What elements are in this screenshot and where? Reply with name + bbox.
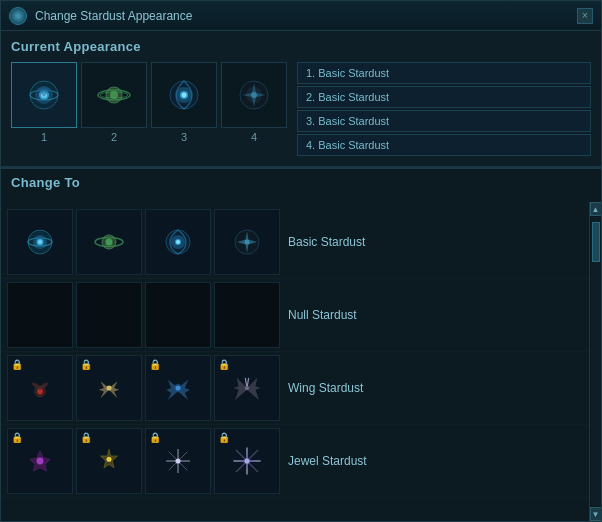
change-group-basic: Basic Stardust	[1, 206, 589, 279]
svg-point-15	[251, 92, 257, 98]
svg-point-32	[106, 385, 111, 390]
title-icon	[9, 7, 27, 25]
thumb-item-2: 2	[81, 62, 147, 143]
svg-point-37	[106, 457, 111, 462]
wing-thumb-2[interactable]: 🔒	[76, 355, 142, 421]
appearance-list: 1. Basic Stardust 2. Basic Stardust 3. B…	[297, 62, 591, 156]
svg-point-36	[37, 458, 44, 465]
jewel-stardust-label: Jewel Stardust	[288, 454, 388, 468]
current-appearance-title: Current Appearance	[11, 39, 591, 54]
jewel-thumbs: 🔒 🔒	[7, 428, 280, 494]
null-thumb-2[interactable]	[76, 282, 142, 348]
thumb-box-2[interactable]	[81, 62, 147, 128]
thumb-box-3[interactable]	[151, 62, 217, 128]
wing-thumb-1[interactable]: 🔒	[7, 355, 73, 421]
window-title: Change Stardust Appearance	[35, 9, 569, 23]
thumb-item-1: 1	[11, 62, 77, 143]
current-appearance-section: Current Appearance	[1, 31, 601, 167]
wing-thumb-4[interactable]: 🔒	[214, 355, 280, 421]
svg-point-23	[106, 239, 113, 246]
change-section-inner: Basic Stardust Null Stardust	[1, 202, 601, 521]
thumb-item-4: 4	[221, 62, 287, 143]
scroll-up-button[interactable]: ▲	[590, 202, 602, 216]
lock-icon-7: 🔒	[149, 432, 161, 443]
current-appearance-row: 1 2	[11, 62, 591, 156]
thumb-label-4: 4	[251, 131, 257, 143]
lock-icon-8: 🔒	[218, 432, 230, 443]
wing-thumbs: 🔒 🔒	[7, 355, 280, 421]
svg-point-20	[38, 240, 42, 244]
svg-point-12	[182, 93, 187, 98]
change-group-jewel: 🔒 🔒	[1, 425, 589, 498]
change-scroll-area[interactable]: Basic Stardust Null Stardust	[1, 202, 589, 521]
basic-thumb-2[interactable]	[76, 209, 142, 275]
scroll-down-button[interactable]: ▼	[590, 507, 602, 521]
basic-stardust-label: Basic Stardust	[288, 235, 388, 249]
null-thumb-3[interactable]	[145, 282, 211, 348]
scroll-thumb[interactable]	[592, 222, 600, 262]
jewel-thumb-3[interactable]: 🔒	[145, 428, 211, 494]
title-bar: Change Stardust Appearance ×	[1, 1, 601, 31]
jewel-thumb-4[interactable]: 🔒	[214, 428, 280, 494]
change-group-null: Null Stardust	[1, 279, 589, 352]
current-thumbnails: 1 2	[11, 62, 287, 143]
thumb-label-3: 3	[181, 131, 187, 143]
svg-point-47	[244, 458, 249, 463]
null-thumb-4[interactable]	[214, 282, 280, 348]
scrollbar: ▲ ▼	[589, 202, 601, 521]
null-thumbs	[7, 282, 280, 348]
content-area: Current Appearance	[1, 31, 601, 521]
lock-icon-4: 🔒	[218, 359, 230, 370]
thumb-item-3: 3	[151, 62, 217, 143]
lock-icon-6: 🔒	[80, 432, 92, 443]
svg-point-29	[245, 240, 250, 245]
null-stardust-label: Null Stardust	[288, 308, 388, 322]
svg-point-42	[175, 458, 180, 463]
appearance-list-item-4[interactable]: 4. Basic Stardust	[297, 134, 591, 156]
change-to-title: Change To	[11, 175, 591, 190]
wing-stardust-label: Wing Stardust	[288, 381, 388, 395]
svg-point-8	[110, 91, 118, 99]
svg-point-27	[176, 240, 180, 244]
close-button[interactable]: ×	[577, 8, 593, 24]
change-to-header: Change To	[1, 169, 601, 202]
jewel-thumb-2[interactable]: 🔒	[76, 428, 142, 494]
thumb-label-2: 2	[111, 131, 117, 143]
change-group-wing: 🔒 🔒	[1, 352, 589, 425]
svg-point-35	[245, 386, 249, 390]
lock-icon-1: 🔒	[11, 359, 23, 370]
lock-icon-3: 🔒	[149, 359, 161, 370]
basic-thumbs	[7, 209, 280, 275]
appearance-list-item-3[interactable]: 3. Basic Stardust	[297, 110, 591, 132]
wing-thumb-3[interactable]: 🔒	[145, 355, 211, 421]
jewel-thumb-1[interactable]: 🔒	[7, 428, 73, 494]
basic-thumb-3[interactable]	[145, 209, 211, 275]
thumb-label-1: 1	[41, 131, 47, 143]
main-window: Change Stardust Appearance × Current App…	[0, 0, 602, 522]
scroll-track	[591, 217, 601, 506]
thumb-box-4[interactable]	[221, 62, 287, 128]
basic-thumb-1[interactable]	[7, 209, 73, 275]
thumb-box-1[interactable]	[11, 62, 77, 128]
lock-icon-2: 🔒	[80, 359, 92, 370]
svg-point-34	[175, 385, 180, 390]
appearance-list-item-1[interactable]: 1. Basic Stardust	[297, 62, 591, 84]
change-to-section: Change To	[1, 167, 601, 521]
basic-thumb-4[interactable]	[214, 209, 280, 275]
null-thumb-1[interactable]	[7, 282, 73, 348]
lock-icon-5: 🔒	[11, 432, 23, 443]
appearance-list-item-2[interactable]: 2. Basic Stardust	[297, 86, 591, 108]
